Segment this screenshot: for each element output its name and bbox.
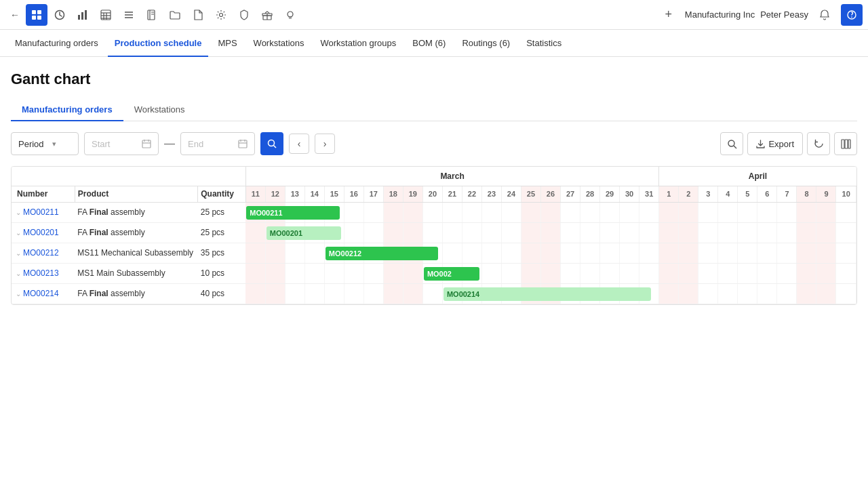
day-cell bbox=[679, 202, 698, 222]
top-bar-right: + Manufacturing Inc Peter Peasy bbox=[658, 4, 863, 26]
gantt-bar[interactable]: MO00201 bbox=[267, 226, 341, 240]
filter-bar-right: Export bbox=[720, 132, 857, 155]
day-cell bbox=[540, 202, 560, 222]
gear-icon[interactable] bbox=[210, 4, 232, 26]
table-row: ⌄MO00214FA Final assembly40 pcsMO00214 bbox=[12, 283, 856, 304]
day-15: 15 bbox=[324, 186, 344, 202]
shield-icon[interactable] bbox=[233, 4, 255, 26]
start-date-input[interactable]: Start bbox=[84, 132, 159, 155]
notifications-icon[interactable] bbox=[814, 4, 835, 26]
apr-day-3: 3 bbox=[698, 186, 718, 202]
prev-period-button[interactable]: ‹ bbox=[289, 134, 309, 154]
svg-rect-17 bbox=[148, 10, 155, 20]
svg-rect-24 bbox=[142, 140, 151, 148]
day-cell bbox=[718, 222, 738, 243]
day-cell bbox=[777, 263, 797, 283]
day-cell: MO00201 bbox=[265, 222, 285, 243]
plus-button[interactable]: + bbox=[658, 4, 679, 26]
day-cell bbox=[620, 243, 639, 263]
svg-rect-28 bbox=[239, 140, 247, 148]
day-cell bbox=[659, 202, 679, 222]
sub-tabs: Manufacturing orders Workstations bbox=[11, 99, 857, 121]
day-cell bbox=[816, 222, 836, 243]
back-button[interactable]: ← bbox=[5, 5, 24, 24]
day-cell bbox=[738, 202, 757, 222]
nav-workstation-groups[interactable]: Workstation groups bbox=[314, 30, 403, 57]
day-cell bbox=[836, 222, 856, 243]
day-cell bbox=[738, 263, 757, 283]
calendar-grid-icon[interactable] bbox=[95, 4, 117, 26]
svg-rect-6 bbox=[81, 12, 83, 20]
day-cell bbox=[245, 222, 265, 243]
day-cell bbox=[324, 283, 344, 304]
day-cell bbox=[718, 283, 738, 304]
gantt-bar[interactable]: MO00211 bbox=[246, 206, 340, 220]
day-cell bbox=[797, 202, 816, 222]
day-cell bbox=[698, 283, 718, 304]
nav-statistics[interactable]: Statistics bbox=[519, 30, 568, 57]
app-icon[interactable] bbox=[26, 4, 47, 26]
columns-button[interactable] bbox=[834, 132, 857, 155]
svg-rect-38 bbox=[848, 140, 850, 148]
day-cell bbox=[679, 263, 698, 283]
gantt-bar[interactable]: MO00214 bbox=[443, 287, 651, 301]
export-button[interactable]: Export bbox=[747, 132, 803, 155]
day-cell bbox=[403, 263, 422, 283]
gantt-bar[interactable]: MO00212 bbox=[326, 247, 438, 260]
refresh-button[interactable] bbox=[807, 132, 830, 155]
day-cell bbox=[442, 202, 462, 222]
period-select[interactable]: Period ▾ bbox=[11, 132, 79, 155]
row-number: ⌄MO00214 bbox=[12, 283, 75, 304]
day-cell bbox=[816, 202, 836, 222]
day-cell bbox=[521, 202, 540, 222]
day-cell bbox=[797, 283, 816, 304]
day-cell: MO00214 bbox=[442, 283, 462, 304]
day-cell bbox=[481, 222, 501, 243]
table-row: ⌄MO00201FA Final assembly25 pcsMO00201 bbox=[12, 222, 856, 243]
day-cell bbox=[501, 202, 521, 222]
help-button[interactable] bbox=[841, 4, 863, 26]
nav-mps[interactable]: MPS bbox=[211, 30, 243, 57]
row-number: ⌄MO00211 bbox=[12, 202, 75, 222]
day-cell bbox=[580, 243, 600, 263]
row-product: FA Final assembly bbox=[75, 202, 197, 222]
day-cell bbox=[304, 243, 324, 263]
day-21: 21 bbox=[442, 186, 462, 202]
day-cell bbox=[462, 243, 481, 263]
day-cell bbox=[304, 263, 324, 283]
gift-icon[interactable] bbox=[256, 4, 278, 26]
search-filter-button[interactable] bbox=[720, 132, 743, 155]
search-button[interactable] bbox=[260, 132, 283, 155]
day-cell bbox=[639, 243, 659, 263]
apr-day-2: 2 bbox=[679, 186, 698, 202]
day-cell bbox=[363, 263, 383, 283]
nav-routings[interactable]: Routings (6) bbox=[455, 30, 517, 57]
nav-workstations[interactable]: Workstations bbox=[247, 30, 311, 57]
day-cell bbox=[481, 202, 501, 222]
day-cell bbox=[245, 283, 265, 304]
day-cell bbox=[738, 283, 757, 304]
page-content: Gantt chart Manufacturing orders Worksta… bbox=[0, 57, 868, 319]
day-cell bbox=[383, 202, 403, 222]
clock-icon[interactable] bbox=[49, 4, 71, 26]
nav-bom[interactable]: BOM (6) bbox=[406, 30, 452, 57]
svg-rect-3 bbox=[37, 16, 41, 20]
day-cell bbox=[521, 243, 540, 263]
day-17: 17 bbox=[363, 186, 383, 202]
nav-manufacturing-orders[interactable]: Manufacturing orders bbox=[8, 30, 105, 57]
gantt-bar[interactable]: MO002 bbox=[424, 267, 479, 281]
folder-open-icon[interactable] bbox=[164, 4, 186, 26]
book-icon[interactable] bbox=[141, 4, 163, 26]
chart-icon[interactable] bbox=[72, 4, 94, 26]
bulb-icon[interactable] bbox=[279, 4, 301, 26]
tab-workstations[interactable]: Workstations bbox=[123, 99, 196, 121]
file-icon[interactable] bbox=[187, 4, 209, 26]
list-view-icon[interactable] bbox=[118, 4, 140, 26]
tab-manufacturing-orders[interactable]: Manufacturing orders bbox=[11, 99, 123, 121]
row-quantity: 25 pcs bbox=[198, 222, 246, 243]
end-date-input[interactable]: End bbox=[180, 132, 255, 155]
row-product: MS1 Main Subassembly bbox=[75, 263, 197, 283]
nav-production-schedule[interactable]: Production schedule bbox=[108, 30, 209, 57]
next-period-button[interactable]: › bbox=[315, 134, 335, 154]
day-cell bbox=[501, 222, 521, 243]
